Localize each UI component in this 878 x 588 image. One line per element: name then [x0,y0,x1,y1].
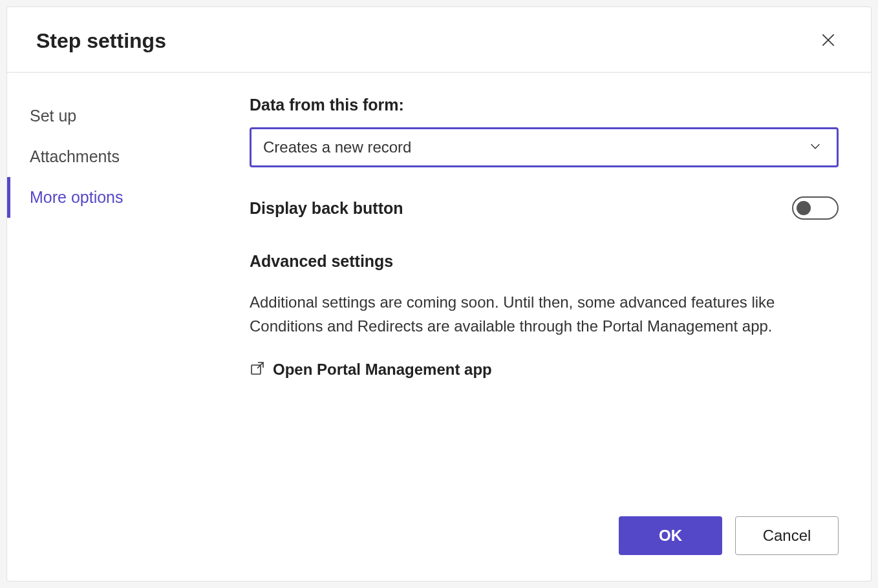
cancel-button[interactable]: Cancel [735,516,839,555]
toggle-knob [797,201,811,215]
data-from-select-wrap: Creates a new record [250,127,839,167]
data-from-label: Data from this form: [250,96,839,114]
sidebar-item-label: Attachments [30,147,120,165]
close-button[interactable] [815,26,842,56]
sidebar-item-label: Set up [30,107,76,125]
data-from-select[interactable]: Creates a new record [250,127,839,167]
content-panel: Data from this form: Creates a new recor… [230,73,871,516]
external-link-icon [250,361,265,379]
sidebar-item-attachments[interactable]: Attachments [7,136,230,177]
dialog-header: Step settings [7,7,871,73]
display-back-toggle[interactable] [792,196,839,220]
ok-button[interactable]: OK [619,516,722,555]
sidebar: Set up Attachments More options [7,73,230,516]
sidebar-item-set-up[interactable]: Set up [7,96,230,136]
data-from-value: Creates a new record [263,138,411,156]
open-portal-link-label: Open Portal Management app [273,361,492,379]
chevron-down-icon [808,139,822,156]
advanced-description: Additional settings are coming soon. Unt… [250,290,839,338]
sidebar-item-more-options[interactable]: More options [7,177,230,218]
ok-button-label: OK [659,527,682,545]
advanced-heading: Advanced settings [250,252,839,271]
display-back-label: Display back button [250,199,403,218]
step-settings-dialog: Step settings Set up Attachments More op… [6,6,872,582]
close-icon [820,32,837,50]
cancel-button-label: Cancel [763,527,811,545]
display-back-row: Display back button [250,196,839,220]
dialog-body: Set up Attachments More options Data fro… [7,73,871,516]
dialog-footer: OK Cancel [7,516,871,581]
open-portal-link[interactable]: Open Portal Management app [250,361,839,379]
sidebar-item-label: More options [30,188,123,206]
dialog-title: Step settings [36,29,166,53]
